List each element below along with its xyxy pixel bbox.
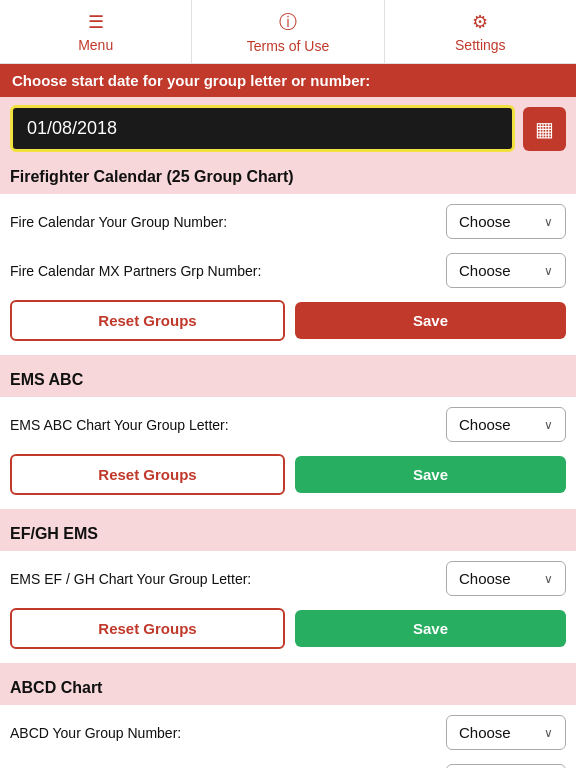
abcd-choose-label-1: Choose [459, 724, 511, 741]
firefighter-row-2: Fire Calendar MX Partners Grp Number: Ch… [10, 243, 566, 292]
firefighter-choose-1[interactable]: Choose ∨ [446, 204, 566, 239]
efgh-section-body: EMS EF / GH Chart Your Group Letter: Cho… [0, 551, 576, 663]
instruction-bar: Choose start date for your group letter … [0, 64, 576, 97]
divider-3 [0, 663, 576, 671]
abcd-row-2: *Select ABCD Calendar rotation : Choose … [10, 754, 566, 768]
divider-2 [0, 509, 576, 517]
ems-abc-chevron-1: ∨ [544, 418, 553, 432]
divider-1 [0, 355, 576, 363]
efgh-reset-button[interactable]: Reset Groups [10, 608, 285, 649]
ems-abc-choose-1[interactable]: Choose ∨ [446, 407, 566, 442]
efgh-section: EF/GH EMS EMS EF / GH Chart Your Group L… [0, 517, 576, 663]
settings-nav-item[interactable]: ⚙ Settings [385, 0, 576, 63]
ems-abc-section-body: EMS ABC Chart Your Group Letter: Choose … [0, 397, 576, 509]
efgh-chevron-1: ∨ [544, 572, 553, 586]
efgh-row-1: EMS EF / GH Chart Your Group Letter: Cho… [10, 551, 566, 600]
menu-icon: ☰ [88, 11, 104, 33]
firefighter-chevron-2: ∨ [544, 264, 553, 278]
abcd-row-1: ABCD Your Group Number: Choose ∨ [10, 705, 566, 754]
abcd-chevron-1: ∨ [544, 726, 553, 740]
settings-icon: ⚙ [472, 11, 488, 33]
ems-abc-label-1: EMS ABC Chart Your Group Letter: [10, 417, 446, 433]
firefighter-label-2: Fire Calendar MX Partners Grp Number: [10, 263, 446, 279]
abcd-label-1: ABCD Your Group Number: [10, 725, 446, 741]
firefighter-section-body: Fire Calendar Your Group Number: Choose … [0, 194, 576, 355]
date-row: 01/08/2018 ▦ [0, 97, 576, 160]
abcd-section-header: ABCD Chart [0, 671, 576, 705]
instruction-text: Choose start date for your group letter … [12, 72, 370, 89]
menu-label: Menu [78, 37, 113, 53]
abcd-choose-1[interactable]: Choose ∨ [446, 715, 566, 750]
efgh-choose-label-1: Choose [459, 570, 511, 587]
firefighter-choose-2[interactable]: Choose ∨ [446, 253, 566, 288]
abcd-section-body: ABCD Your Group Number: Choose ∨ *Select… [0, 705, 576, 768]
firefighter-reset-button[interactable]: Reset Groups [10, 300, 285, 341]
terms-label: Terms of Use [247, 38, 329, 54]
firefighter-choose-label-1: Choose [459, 213, 511, 230]
firefighter-section-header: Firefighter Calendar (25 Group Chart) [0, 160, 576, 194]
firefighter-choose-label-2: Choose [459, 262, 511, 279]
menu-nav-item[interactable]: ☰ Menu [0, 0, 192, 63]
ems-abc-reset-button[interactable]: Reset Groups [10, 454, 285, 495]
abcd-choose-2[interactable]: Choose ∨ [446, 764, 566, 768]
efgh-label-1: EMS EF / GH Chart Your Group Letter: [10, 571, 446, 587]
ems-abc-action-row: Reset Groups Save [10, 446, 566, 499]
firefighter-action-row: Reset Groups Save [10, 292, 566, 345]
ems-abc-save-button[interactable]: Save [295, 456, 566, 493]
efgh-action-row: Reset Groups Save [10, 600, 566, 653]
firefighter-chevron-1: ∨ [544, 215, 553, 229]
ems-abc-section-header: EMS ABC [0, 363, 576, 397]
terms-nav-item[interactable]: ⓘ Terms of Use [192, 0, 384, 63]
ems-abc-choose-label-1: Choose [459, 416, 511, 433]
ems-abc-section: EMS ABC EMS ABC Chart Your Group Letter:… [0, 363, 576, 509]
date-display: 01/08/2018 [10, 105, 515, 152]
settings-label: Settings [455, 37, 506, 53]
firefighter-save-button[interactable]: Save [295, 302, 566, 339]
efgh-save-button[interactable]: Save [295, 610, 566, 647]
firefighter-label-1: Fire Calendar Your Group Number: [10, 214, 446, 230]
terms-icon: ⓘ [279, 10, 297, 34]
top-navigation: ☰ Menu ⓘ Terms of Use ⚙ Settings [0, 0, 576, 64]
firefighter-section: Firefighter Calendar (25 Group Chart) Fi… [0, 160, 576, 355]
firefighter-row-1: Fire Calendar Your Group Number: Choose … [10, 194, 566, 243]
efgh-section-header: EF/GH EMS [0, 517, 576, 551]
abcd-section: ABCD Chart ABCD Your Group Number: Choos… [0, 671, 576, 768]
calendar-button[interactable]: ▦ [523, 107, 566, 151]
ems-abc-row-1: EMS ABC Chart Your Group Letter: Choose … [10, 397, 566, 446]
efgh-choose-1[interactable]: Choose ∨ [446, 561, 566, 596]
